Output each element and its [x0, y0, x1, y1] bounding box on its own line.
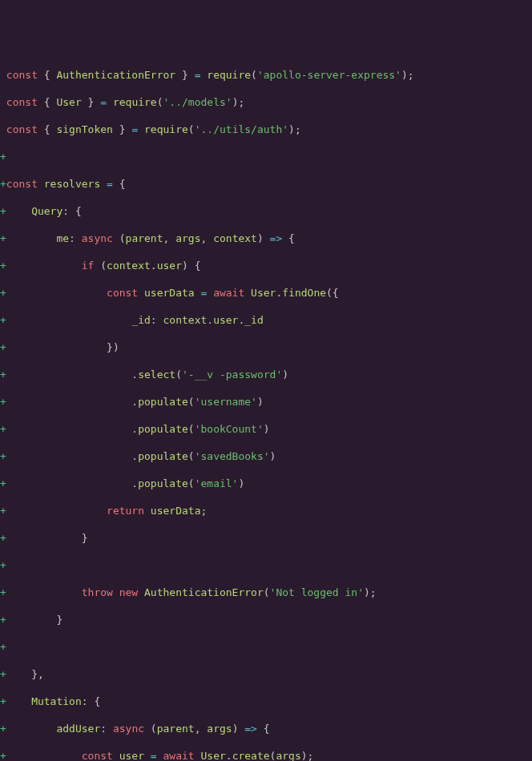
added-line: + } — [0, 531, 532, 545]
added-line: + — [0, 640, 532, 654]
diff-view: const { AuthenticationError } = require(… — [0, 54, 532, 761]
added-line: + .populate('username') — [0, 395, 532, 409]
added-line: + .populate('savedBooks') — [0, 449, 532, 463]
added-line: + _id: context.user._id — [0, 313, 532, 327]
added-line: + addUser: async (parent, args) => { — [0, 722, 532, 735]
context-line: const { AuthenticationError } = require(… — [0, 68, 532, 82]
added-line: + const userData = await User.findOne({ — [0, 286, 532, 300]
added-line: + .select('-__v -password') — [0, 368, 532, 381]
added-line: + }, — [0, 667, 532, 681]
added-line: + return userData; — [0, 504, 532, 517]
added-line: + — [0, 558, 532, 572]
added-line: + Query: { — [0, 204, 532, 218]
context-line: const { User } = require('../models'); — [0, 95, 532, 109]
added-line: + if (context.user) { — [0, 259, 532, 272]
added-line: + const user = await User.create(args); — [0, 749, 532, 761]
added-line: + .populate('email') — [0, 477, 532, 490]
added-line: + me: async (parent, args, context) => { — [0, 232, 532, 245]
added-line: + Mutation: { — [0, 695, 532, 708]
added-line: + .populate('bookCount') — [0, 422, 532, 436]
context-line: const { signToken } = require('../utils/… — [0, 123, 532, 136]
added-line: + throw new AuthenticationError('Not log… — [0, 586, 532, 599]
added-line: + }) — [0, 340, 532, 354]
added-line: +const resolvers = { — [0, 177, 532, 191]
added-line: + } — [0, 613, 532, 626]
added-line: + — [0, 150, 532, 163]
